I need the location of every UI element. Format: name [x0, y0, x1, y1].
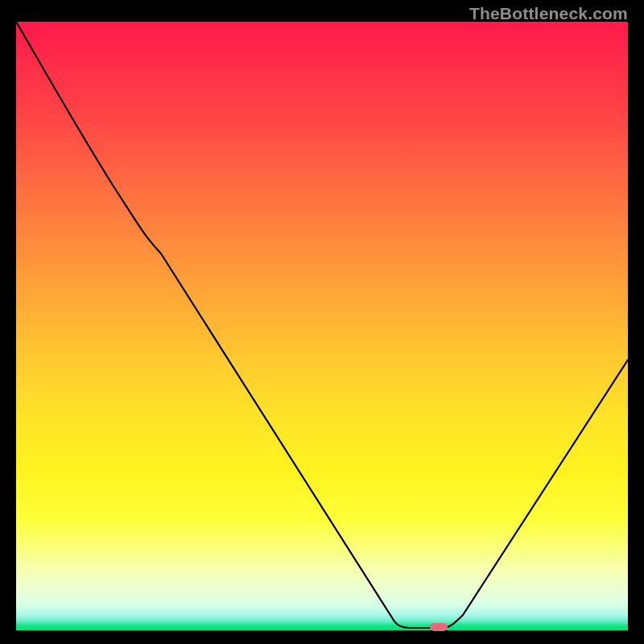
chart-frame: TheBottleneck.com	[0, 0, 644, 644]
curve-path	[16, 22, 628, 628]
bottleneck-curve	[16, 22, 628, 630]
optimal-point-marker	[430, 623, 448, 631]
plot-area	[16, 22, 628, 630]
watermark-text: TheBottleneck.com	[469, 4, 628, 23]
